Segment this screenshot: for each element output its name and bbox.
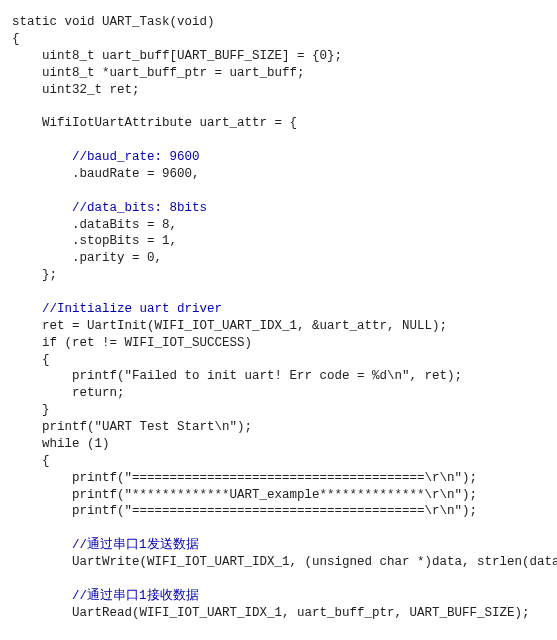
code-line: uint8_t *uart_buff_ptr = uart_buff;: [12, 66, 305, 80]
code-line: {: [12, 32, 20, 46]
code-line: printf("================================…: [12, 471, 477, 485]
code-line: UartWrite(WIFI_IOT_UART_IDX_1, (unsigned…: [12, 555, 557, 569]
code-line: .dataBits = 8,: [12, 218, 177, 232]
code-line: {: [12, 454, 50, 468]
code-line: //Initialize uart driver: [12, 302, 222, 316]
code-line: UartRead(WIFI_IOT_UART_IDX_1, uart_buff_…: [12, 606, 530, 620]
code-line: if (ret != WIFI_IOT_SUCCESS): [12, 336, 252, 350]
code-line: while (1): [12, 437, 110, 451]
code-line: printf("Failed to init uart! Err code = …: [12, 369, 462, 383]
code-line: .stopBits = 1,: [12, 234, 177, 248]
code-line: {: [12, 353, 50, 367]
code-line: //通过串口1接收数据: [12, 589, 199, 603]
code-line: printf("UART Test Start\n");: [12, 420, 252, 434]
code-line: WifiIotUartAttribute uart_attr = {: [12, 116, 297, 130]
code-line: //baud_rate: 9600: [12, 150, 200, 164]
code-line: }: [12, 403, 50, 417]
code-line: ret = UartInit(WIFI_IOT_UART_IDX_1, &uar…: [12, 319, 447, 333]
code-block: static void UART_Task(void) { uint8_t ua…: [0, 0, 557, 640]
code-line: uint32_t ret;: [12, 83, 140, 97]
code-line: uint8_t uart_buff[UART_BUFF_SIZE] = {0};: [12, 49, 342, 63]
code-line: //data_bits: 8bits: [12, 201, 207, 215]
code-line: .baudRate = 9600,: [12, 167, 200, 181]
code-line: return;: [12, 386, 125, 400]
code-line: printf("*************UART_example*******…: [12, 488, 477, 502]
code-line: printf("================================…: [12, 504, 477, 518]
code-line: static void UART_Task(void): [12, 15, 215, 29]
code-line: };: [12, 268, 57, 282]
code-line: .parity = 0,: [12, 251, 162, 265]
code-line: //通过串口1发送数据: [12, 538, 199, 552]
